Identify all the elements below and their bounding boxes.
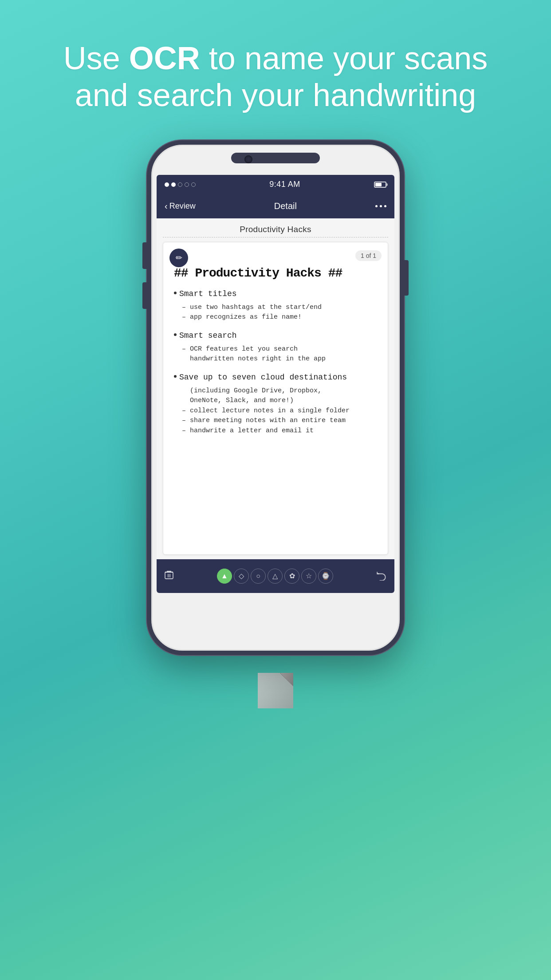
bullet-smart-search: Smart search xyxy=(174,330,377,342)
bullet-cloud: Save up to seven cloud destinations xyxy=(174,371,377,383)
header-line1: Use OCR to name your scans xyxy=(63,40,488,76)
bullet-dot-3 xyxy=(174,375,177,378)
signal-dot-4 xyxy=(185,182,189,187)
app-icon-area xyxy=(253,668,298,715)
sub-line-3-3: – collect lecture notes in a single fold… xyxy=(182,406,377,416)
sub-cloud: (including Google Drive, Dropbox, OneNot… xyxy=(174,386,377,436)
note-card: ✏ 1 of 1 ## Productivity Hacks ## Smart … xyxy=(163,242,388,555)
timer-icon: ⌚ xyxy=(321,572,330,580)
circle-tool-button[interactable]: ○ xyxy=(251,569,266,584)
battery-fill xyxy=(375,183,382,186)
signal-indicator xyxy=(165,182,196,187)
content-area: Productivity Hacks ✏ 1 of 1 ## Productiv… xyxy=(157,218,394,559)
sub-smart-search: – OCR features let you search handwritte… xyxy=(174,344,377,364)
undo-button[interactable] xyxy=(376,569,387,583)
section-smart-titles: Smart titles – use two hashtags at the s… xyxy=(174,288,377,323)
navigation-bar: ‹ Review Detail xyxy=(157,194,394,218)
signal-dot-5 xyxy=(191,182,196,187)
phone-shell: 9:41 AM ‹ Review Detail xyxy=(147,140,404,655)
star-tool-button[interactable]: ☆ xyxy=(301,569,316,584)
trash-button[interactable] xyxy=(164,569,174,583)
phone-camera xyxy=(244,155,252,163)
more-button[interactable] xyxy=(375,205,386,207)
handwriting-content: ## Productivity Hacks ## Smart titles – … xyxy=(174,266,377,545)
sub-line-3-5: – handwrite a letter and email it xyxy=(182,426,377,436)
sub-line-1-1: – use two hashtags at the start/end xyxy=(182,303,377,313)
sub-smart-titles: – use two hashtags at the start/end – ap… xyxy=(174,303,377,323)
gear-icon: ✿ xyxy=(289,572,295,580)
bullet-text-3: Save up to seven cloud destinations xyxy=(179,371,347,383)
battery-icon xyxy=(374,182,386,188)
bell-tool-button[interactable]: △ xyxy=(268,569,283,584)
signal-dot-3 xyxy=(178,182,182,187)
header-text: Use OCR to name your scans and search yo… xyxy=(28,40,523,114)
status-time: 9:41 AM xyxy=(269,180,300,189)
star-icon: ☆ xyxy=(306,572,312,580)
sub-line-2-2: handwritten notes right in the app xyxy=(182,354,377,364)
paper-fold-icon xyxy=(253,668,298,713)
more-dot-1 xyxy=(375,205,378,207)
sub-line-3-1: (including Google Drive, Dropbox, xyxy=(182,386,377,396)
header-ocr: OCR xyxy=(129,40,200,76)
bullet-dot-1 xyxy=(174,292,177,294)
header-line2: and search your handwriting xyxy=(75,77,476,113)
more-dot-2 xyxy=(380,205,382,207)
edit-button[interactable]: ✏ xyxy=(169,249,188,267)
signal-dot-1 xyxy=(165,182,169,187)
bell-icon: △ xyxy=(272,572,278,580)
signal-dot-2 xyxy=(171,182,176,187)
svg-rect-0 xyxy=(165,572,173,579)
home-area xyxy=(258,602,293,637)
back-label: Review xyxy=(169,202,196,211)
status-bar: 9:41 AM xyxy=(157,175,394,194)
phone-mockup: 9:41 AM ‹ Review Detail xyxy=(147,140,404,655)
section-cloud: Save up to seven cloud destinations (inc… xyxy=(174,371,377,436)
bullet-smart-titles: Smart titles xyxy=(174,288,377,300)
document-title: Productivity Hacks xyxy=(163,225,388,237)
sub-line-1-2: – app recognizes as file name! xyxy=(182,312,377,323)
pencil-icon: ✏ xyxy=(176,253,182,263)
bullet-text-2: Smart search xyxy=(179,330,237,342)
gear-tool-button[interactable]: ✿ xyxy=(284,569,299,584)
page-counter: 1 of 1 xyxy=(355,250,382,261)
gem-icon: ◇ xyxy=(239,572,244,580)
pen-tool-button[interactable]: ▲ xyxy=(217,569,232,584)
chevron-left-icon: ‹ xyxy=(165,201,168,211)
bullet-dot-2 xyxy=(174,333,177,336)
gem-tool-button[interactable]: ◇ xyxy=(234,569,249,584)
pen-icon: ▲ xyxy=(221,572,228,580)
sub-line-3-4: – share meeting notes with an entire tea… xyxy=(182,416,377,426)
circle-icon: ○ xyxy=(256,572,260,580)
section-smart-search: Smart search – OCR features let you sear… xyxy=(174,330,377,364)
bullet-text-1: Smart titles xyxy=(179,288,237,300)
tool-selector: ▲ ◇ ○ △ ✿ ☆ xyxy=(217,569,333,584)
timer-tool-button[interactable]: ⌚ xyxy=(318,569,333,584)
bottom-toolbar: ▲ ◇ ○ △ ✿ ☆ xyxy=(157,559,394,593)
phone-screen: 9:41 AM ‹ Review Detail xyxy=(157,175,394,593)
sub-line-2-1: – OCR features let you search xyxy=(182,344,377,355)
note-title: ## Productivity Hacks ## xyxy=(174,266,377,280)
back-button[interactable]: ‹ Review xyxy=(165,201,196,211)
nav-title: Detail xyxy=(196,201,375,211)
more-dot-3 xyxy=(384,205,386,207)
battery-indicator xyxy=(374,182,386,188)
sub-line-3-2: OneNote, Slack, and more!) xyxy=(182,396,377,406)
